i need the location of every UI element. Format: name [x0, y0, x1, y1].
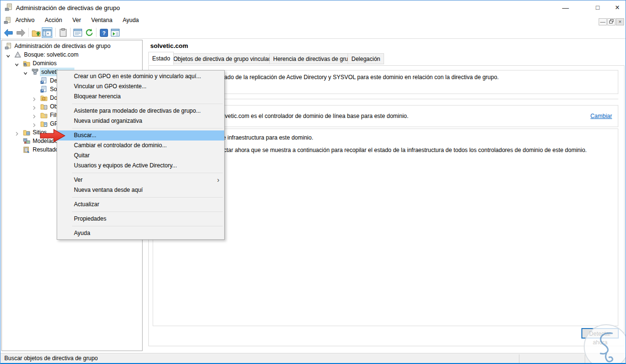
menu-item-buscar[interactable]: Buscar...: [57, 130, 224, 141]
console-tree-toggle-button[interactable]: [42, 27, 52, 38]
tab-estado[interactable]: Estado: [148, 52, 174, 65]
menu-item-nueva-unidad[interactable]: Nueva unidad organizativa: [57, 116, 224, 126]
toolbar-separator: [28, 28, 29, 37]
gpo-folder-icon: [40, 103, 48, 112]
details-pane-title: solvetic.com: [150, 42, 188, 49]
menu-item-cambiar-controlador[interactable]: Cambiar el controlador de dominio...: [57, 141, 224, 151]
tree-label: Administración de directivas de grupo: [13, 42, 112, 50]
menu-archivo[interactable]: Archivo: [11, 15, 39, 26]
forward-button[interactable]: [15, 27, 26, 38]
menu-item-usuarios-equipos-ad[interactable]: Usuarios y equipos de Active Directory..…: [57, 161, 224, 171]
menu-item-vincular-gpo[interactable]: Vincular un GPO existente...: [57, 82, 224, 92]
menu-item-bloquear-herencia[interactable]: Bloquear herencia: [57, 92, 224, 102]
chevron-right-icon[interactable]: [32, 95, 36, 104]
mdi-restore-button[interactable]: [607, 18, 615, 25]
chevron-down-icon[interactable]: [23, 70, 28, 78]
results-icon: [23, 146, 30, 155]
menu-item-nueva-ventana[interactable]: Nueva ventana desde aquí: [57, 185, 224, 195]
menu-ayuda[interactable]: Ayuda: [118, 15, 143, 26]
mdi-minimize-button[interactable]: —: [599, 18, 607, 25]
status-bar: Buscar objetos de directiva de grupo: [0, 353, 626, 364]
cambiar-link[interactable]: Cambiar: [590, 113, 612, 119]
console-tree-icon: [43, 29, 51, 36]
wmi-filter-folder-icon: [40, 112, 48, 121]
gpo-link-icon: [40, 77, 47, 86]
red-arrow-annotation: [40, 129, 66, 144]
replication-status-text: Esta página muestra el estado de la repl…: [156, 74, 615, 81]
back-arrow-icon: [4, 29, 13, 37]
svg-text:?: ?: [102, 30, 106, 35]
tab-herencia[interactable]: Herencia de directivas de grupo: [269, 53, 358, 64]
toolbar: ?: [0, 26, 626, 39]
maximize-button[interactable]: □: [590, 3, 606, 12]
toolbar-separator: [55, 28, 56, 37]
menu-separator: [72, 197, 223, 198]
up-one-level-button[interactable]: [31, 27, 41, 38]
chevron-right-icon[interactable]: [32, 113, 36, 121]
tree-label: Dominios: [31, 59, 58, 68]
gpmc-window: Administración de directivas de grupo — …: [0, 0, 626, 364]
new-window-button[interactable]: [110, 27, 120, 38]
chevron-down-icon[interactable]: [14, 61, 19, 70]
solvetic-watermark-logo: [582, 323, 626, 364]
mdi-close-button[interactable]: ×: [616, 18, 624, 25]
domains-folder-icon: [23, 60, 30, 69]
sites-folder-icon: [23, 129, 30, 138]
toolbar-separator: [70, 28, 71, 37]
menu-separator: [72, 226, 223, 226]
menu-item-asistente-modelado[interactable]: Asistente para modelado de directivas de…: [57, 106, 224, 116]
menu-separator: [72, 211, 223, 212]
back-button[interactable]: [3, 27, 13, 38]
forest-icon: [14, 51, 21, 60]
forward-arrow-icon: [16, 29, 25, 37]
menu-ventana[interactable]: Ventana: [87, 15, 117, 26]
menu-item-label: Ver: [74, 176, 83, 183]
detect-hint-text: Haga clic en el botón Detectar ahora que…: [156, 147, 615, 153]
menu-separator: [72, 173, 223, 173]
status-text: Buscar objetos de directiva de grupo: [4, 355, 98, 362]
chevron-down-icon[interactable]: [6, 52, 11, 61]
toolbar-separator: [96, 28, 96, 37]
title-bar: Administración de directivas de grupo — …: [0, 0, 626, 15]
context-menu: Crear un GPO en este dominio y vincularl…: [57, 70, 225, 240]
chevron-right-icon[interactable]: [32, 104, 36, 113]
menu-accion[interactable]: Acción: [40, 15, 66, 26]
tab-objetos-vinculados[interactable]: Objetos de directiva de grupo vinculados: [169, 53, 281, 64]
clipboard-button[interactable]: [58, 27, 68, 38]
modeling-icon: [23, 138, 30, 147]
menu-ver[interactable]: Ver: [68, 15, 85, 26]
domain-icon: [32, 69, 39, 78]
menu-item-ver[interactable]: Ver›: [57, 175, 224, 185]
window-title: Administración de directivas de grupo: [16, 4, 120, 12]
help-button[interactable]: ?: [98, 27, 109, 38]
window-list-icon: [73, 29, 82, 36]
help-icon: ?: [100, 29, 108, 37]
menu-item-quitar[interactable]: Quitar: [57, 151, 224, 161]
submenu-arrow-icon: ›: [217, 175, 219, 185]
no-status-text: No se recopiló el estado de infraestruct…: [156, 134, 615, 141]
console-scroll-icon: [5, 43, 12, 52]
gpo-link-icon: [40, 86, 47, 95]
close-button[interactable]: ×: [609, 3, 626, 12]
minimize-button[interactable]: —: [557, 3, 574, 12]
ou-folder-icon: [40, 94, 48, 104]
refresh-icon: [85, 28, 94, 37]
clipboard-icon: [60, 28, 67, 37]
console-scroll-icon: [4, 17, 12, 26]
menu-separator: [72, 104, 223, 104]
window-list-button[interactable]: [72, 27, 83, 38]
chevron-right-icon[interactable]: [14, 130, 19, 139]
menu-bar: Archivo Acción Ver Ventana Ayuda — ×: [0, 15, 626, 26]
menu-item-propiedades[interactable]: Propiedades: [57, 214, 224, 224]
app-icon: [5, 3, 13, 13]
menu-item-actualizar[interactable]: Actualizar: [57, 200, 224, 210]
menu-item-ayuda[interactable]: Ayuda: [57, 228, 224, 238]
tree-label: Bosque: solvetic.com: [23, 50, 80, 59]
folder-up-icon: [32, 29, 41, 37]
status-separator: [519, 354, 519, 363]
menu-item-crear-gpo[interactable]: Crear un GPO en este dominio y vincularl…: [57, 71, 224, 82]
menu-separator: [72, 128, 223, 129]
tab-delegacion[interactable]: Delegación: [348, 53, 384, 64]
window-play-icon: [111, 29, 120, 36]
refresh-button[interactable]: [84, 27, 95, 38]
